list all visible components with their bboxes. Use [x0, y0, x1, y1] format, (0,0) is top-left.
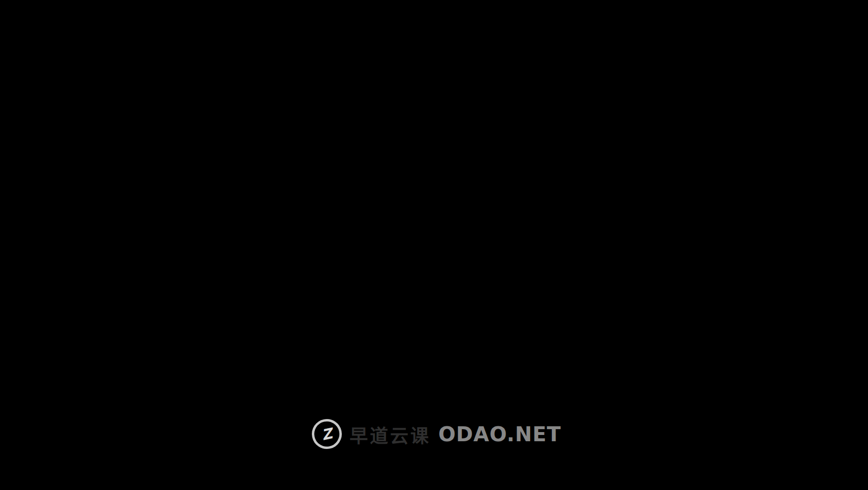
- watermark-z-logo-icon: Z: [309, 416, 345, 452]
- watermark: Z 早道云课 ODAO.NET: [312, 419, 561, 449]
- screenshot-grid: Z 早道云课 ODAO.NET: [0, 0, 868, 490]
- watermark-domain: ODAO.NET: [438, 422, 561, 446]
- watermark-cn-text: 早道云课: [350, 421, 431, 448]
